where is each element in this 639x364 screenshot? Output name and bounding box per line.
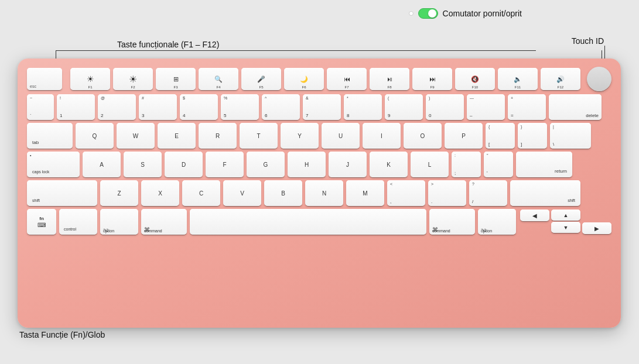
arrow-cluster: ◀ ▲ ▼ ▶ bbox=[520, 210, 611, 234]
keyboard-body: esc ☀ F1 ☀ F2 ⊞ F3 🔍 F4 bbox=[18, 59, 621, 328]
key-equal[interactable]: + = bbox=[508, 94, 546, 120]
key-9[interactable]: ( 9 bbox=[385, 94, 423, 120]
key-f1[interactable]: ☀ F1 bbox=[70, 68, 110, 90]
key-f7[interactable]: ⏮ F7 bbox=[327, 68, 367, 90]
toggle-label: Comutator pornit/oprit bbox=[443, 9, 522, 18]
key-i[interactable]: I bbox=[363, 123, 401, 149]
arrow-up-down: ▲ ▼ bbox=[551, 210, 580, 234]
key-d[interactable]: D bbox=[165, 152, 203, 177]
key-4[interactable]: $ 4 bbox=[180, 94, 218, 120]
key-semicolon[interactable]: : ; bbox=[452, 152, 481, 177]
arrow-row: ◀ ▲ ▼ ▶ bbox=[520, 210, 611, 234]
key-f4[interactable]: 🔍 F4 bbox=[199, 68, 238, 90]
toggle-off-indicator bbox=[409, 11, 414, 16]
qwerty-row: tab Q W E R T Y U I O P { [ } ] | \ bbox=[27, 123, 611, 149]
key-tab[interactable]: tab bbox=[27, 123, 73, 149]
key-3[interactable]: # 3 bbox=[139, 94, 177, 120]
key-bracket-right[interactable]: } ] bbox=[518, 123, 547, 149]
key-x[interactable]: X bbox=[141, 180, 179, 206]
shift-row: shift Z X C V B N M < , > . ? / shift bbox=[27, 180, 611, 206]
fn-bracket-line bbox=[56, 50, 536, 51]
key-touchid[interactable] bbox=[587, 67, 611, 91]
key-8[interactable]: * 8 bbox=[344, 94, 382, 120]
key-control[interactable]: control bbox=[59, 209, 97, 235]
key-quote[interactable]: " ' bbox=[484, 152, 513, 177]
key-l[interactable]: L bbox=[411, 152, 449, 177]
key-h[interactable]: H bbox=[288, 152, 326, 177]
key-f2[interactable]: ☀ F2 bbox=[113, 68, 153, 90]
key-r[interactable]: R bbox=[199, 123, 237, 149]
key-f5[interactable]: 🎤 F5 bbox=[241, 68, 281, 90]
key-arrow-left[interactable]: ◀ bbox=[520, 210, 549, 221]
touchid-annotation: Touch ID bbox=[572, 36, 604, 46]
key-7[interactable]: & 7 bbox=[303, 94, 341, 120]
key-0[interactable]: ) 0 bbox=[426, 94, 464, 120]
key-option-right[interactable]: ⌥ option bbox=[478, 209, 516, 235]
key-command-right[interactable]: ⌘ command bbox=[429, 209, 475, 235]
key-m[interactable]: M bbox=[346, 180, 384, 206]
key-shift-right[interactable]: shift bbox=[510, 180, 580, 206]
key-u[interactable]: U bbox=[322, 123, 360, 149]
key-esc[interactable]: esc bbox=[27, 68, 62, 90]
toggle-area: Comutator pornit/oprit bbox=[409, 8, 522, 19]
key-f9[interactable]: ⏭ F9 bbox=[412, 68, 452, 90]
key-2[interactable]: @ 2 bbox=[98, 94, 136, 120]
key-option-left[interactable]: ⌥ option bbox=[100, 209, 138, 235]
key-n[interactable]: N bbox=[305, 180, 343, 206]
key-arrow-right[interactable]: ▶ bbox=[582, 222, 611, 234]
key-c[interactable]: C bbox=[182, 180, 220, 206]
key-b[interactable]: B bbox=[264, 180, 302, 206]
key-v[interactable]: V bbox=[223, 180, 261, 206]
key-f12[interactable]: 🔊 F12 bbox=[541, 68, 580, 90]
key-a[interactable]: A bbox=[83, 152, 121, 177]
key-period[interactable]: > . bbox=[428, 180, 466, 206]
key-f[interactable]: F bbox=[206, 152, 244, 177]
key-f11[interactable]: 🔈 F11 bbox=[498, 68, 538, 90]
key-g[interactable]: G bbox=[247, 152, 285, 177]
key-comma[interactable]: < , bbox=[387, 180, 425, 206]
key-bracket-left[interactable]: { [ bbox=[486, 123, 515, 149]
key-p[interactable]: P bbox=[445, 123, 483, 149]
key-minus[interactable]: — – bbox=[467, 94, 505, 120]
key-arrow-up[interactable]: ▲ bbox=[551, 210, 580, 221]
key-o[interactable]: O bbox=[404, 123, 442, 149]
key-f6[interactable]: 🌙 F6 bbox=[284, 68, 324, 90]
key-backslash[interactable]: | \ bbox=[550, 123, 591, 149]
key-return[interactable]: return bbox=[516, 152, 572, 177]
key-t[interactable]: T bbox=[240, 123, 278, 149]
main-scene: Comutator pornit/oprit Touch ID Taste fu… bbox=[0, 0, 639, 364]
home-row: • caps lock A S D F G H J K L : ; " ' re… bbox=[27, 152, 611, 177]
key-delete[interactable]: delete bbox=[549, 94, 602, 120]
key-grave[interactable]: ~ ` bbox=[27, 94, 54, 120]
bottom-row: fn ⌨ control ⌥ option ⌘ command ⌘ comman… bbox=[27, 209, 611, 235]
key-6[interactable]: ^ 6 bbox=[262, 94, 300, 120]
toggle-switch[interactable] bbox=[418, 8, 438, 19]
key-1[interactable]: ! 1 bbox=[57, 94, 95, 120]
key-j[interactable]: J bbox=[329, 152, 367, 177]
function-row: esc ☀ F1 ☀ F2 ⊞ F3 🔍 F4 bbox=[27, 67, 611, 91]
key-s[interactable]: S bbox=[124, 152, 162, 177]
key-command-left[interactable]: ⌘ command bbox=[141, 209, 187, 235]
number-row: ~ ` ! 1 @ 2 # 3 $ 4 % 5 bbox=[27, 94, 611, 120]
key-q[interactable]: Q bbox=[76, 123, 114, 149]
fn-keys-annotation: Taste funcționale (F1 – F12) bbox=[117, 40, 219, 49]
key-e[interactable]: E bbox=[158, 123, 196, 149]
key-w[interactable]: W bbox=[117, 123, 155, 149]
key-shift-left[interactable]: shift bbox=[27, 180, 97, 206]
key-k[interactable]: K bbox=[370, 152, 408, 177]
fn-glob-annotation: Tasta Funcție (Fn)/Glob bbox=[19, 330, 105, 339]
key-5[interactable]: % 5 bbox=[221, 94, 259, 120]
key-y[interactable]: Y bbox=[281, 123, 319, 149]
key-f10[interactable]: 🔇 F10 bbox=[455, 68, 495, 90]
key-capslock[interactable]: • caps lock bbox=[27, 152, 80, 177]
key-slash[interactable]: ? / bbox=[469, 180, 507, 206]
key-z[interactable]: Z bbox=[100, 180, 138, 206]
key-arrow-down[interactable]: ▼ bbox=[551, 222, 580, 233]
key-space[interactable] bbox=[190, 209, 426, 235]
key-f3[interactable]: ⊞ F3 bbox=[156, 68, 196, 90]
key-fn[interactable]: fn ⌨ bbox=[27, 209, 56, 235]
key-f8[interactable]: ⏯ F8 bbox=[370, 68, 409, 90]
